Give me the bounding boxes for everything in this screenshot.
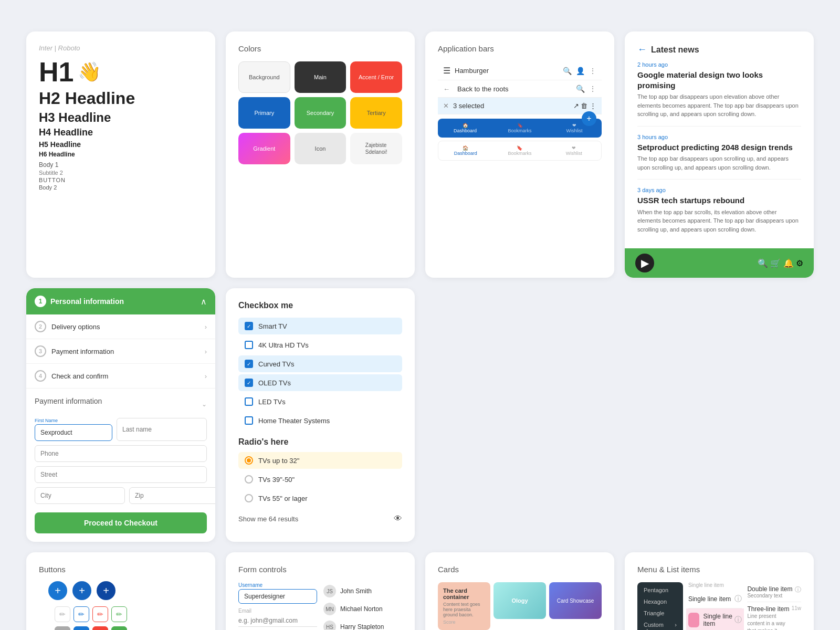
mi-pentagon[interactable]: Pentagon (637, 584, 683, 596)
checkbox-4k[interactable]: 4K Ultra HD TVs (238, 337, 402, 353)
checkbox-oled[interactable]: ✓ OLED TVs (238, 374, 402, 391)
mi-hexagon[interactable]: Hexagon (637, 596, 683, 607)
results-row: Show me 64 results 👁 (238, 514, 402, 523)
card1-title: The card container (443, 587, 485, 600)
news-back-icon[interactable]: ← (637, 44, 647, 55)
share-icon[interactable]: ↗ (573, 102, 579, 110)
nav2-bookmarks[interactable]: 🔖Bookmarks (492, 141, 547, 160)
wave-emoji: 👋 (78, 62, 101, 81)
mi-triangle[interactable]: Triangle (637, 607, 683, 619)
heading-h3: H3 Headline (39, 110, 203, 125)
typography-card: Inter | Roboto H1 👋 H2 Headline H3 Headl… (26, 32, 215, 278)
nav-bookmarks[interactable]: 🔖Bookmarks (492, 119, 547, 138)
sl-item-2: Single line item ⓘ (686, 608, 744, 630)
info-icon-1[interactable]: ⓘ (734, 594, 742, 604)
form-controls-card: Form controls Username Email Password Ph… (226, 552, 415, 630)
cart-icon[interactable]: 🛒 (770, 259, 781, 268)
bottom-nav-white: 🏠Dashboard 🔖Bookmarks ❤Wishlist (438, 141, 602, 161)
step-3-num: 3 (35, 345, 46, 357)
sl-item-2-content: Single line item (688, 613, 735, 627)
info-icon-dl-1[interactable]: ⓘ (795, 585, 801, 594)
step-confirm[interactable]: 4 Check and confirm › (26, 364, 215, 388)
step-payment[interactable]: 3 Payment information › (26, 339, 215, 364)
info-icon-2[interactable]: ⓘ (734, 615, 742, 625)
edit-icon-btn-2[interactable]: ✏ (74, 606, 89, 622)
more-icon[interactable]: ⋮ (589, 67, 596, 75)
edit-icon-btn-4[interactable]: ✏ (111, 606, 127, 622)
close-icon[interactable]: ✕ (443, 102, 449, 110)
account-icon[interactable]: 👤 (576, 67, 585, 75)
city-input[interactable] (35, 487, 125, 504)
single-line-label: Single line item (688, 582, 742, 588)
step-1-indicator: 1 (35, 296, 46, 307)
fab-blue-3[interactable]: + (97, 581, 116, 600)
user-avatar-1: JS (323, 585, 336, 597)
checkbox-curved[interactable]: ✓ Curved TVs (238, 355, 402, 372)
eye-icon[interactable]: 👁 (394, 514, 402, 523)
edit-filled-1[interactable]: ✏ (55, 626, 70, 630)
nav2-wishlist[interactable]: ❤Wishlist (547, 141, 601, 160)
checkbox-home-theater[interactable]: Home Theater Systems (238, 412, 402, 429)
swatch-primary: Primary (238, 97, 290, 129)
last-name-input[interactable] (117, 418, 207, 441)
swatch-background: Background (238, 61, 290, 93)
right-form-col: JSJohn Smith MNMichael Norton HSHarry St… (323, 582, 402, 630)
checkbox-home-theater-box (245, 416, 253, 425)
edit-filled-4[interactable]: ✏ (111, 626, 127, 630)
checkbox-section-title: Checkbox me (238, 301, 402, 310)
checkout-button[interactable]: Proceed to Checkout (35, 512, 207, 533)
nav-dashboard[interactable]: 🏠Dashboard (438, 119, 492, 138)
search-icon[interactable]: 🔍 (563, 67, 572, 75)
bell-icon[interactable]: 🔔 (783, 259, 794, 268)
swatch-secondary: Secondary (295, 97, 346, 129)
payment-dropdown-icon[interactable]: ⌄ (202, 401, 207, 408)
chevron-icon: › (205, 323, 207, 331)
fab-blue-1[interactable]: + (48, 581, 67, 600)
user-michael: MNMichael Norton (323, 600, 402, 618)
ology-label: Ology (511, 597, 528, 604)
play-button[interactable]: ▶ (635, 254, 654, 272)
swatch-zajebiste: ZajebisteSdelanoi! (350, 133, 402, 164)
delete-icon[interactable]: 🗑 (581, 102, 587, 110)
phone-input[interactable] (35, 445, 207, 462)
cards-card: Cards The card container Content text go… (425, 552, 614, 630)
fab-blue-2[interactable]: + (72, 581, 91, 600)
more-icon2[interactable]: ⋮ (589, 85, 596, 93)
personal-info-title: Personal information (50, 297, 124, 306)
nav2-dashboard[interactable]: 🏠Dashboard (438, 141, 492, 160)
edit-icon-btn-3[interactable]: ✏ (92, 606, 108, 622)
step-delivery[interactable]: 2 Delivery options › (26, 314, 215, 339)
search-icon2[interactable]: 🔍 (576, 85, 585, 93)
hamburger-icon: ☰ (443, 66, 450, 76)
subtitle-text: Subtitle 2 (39, 170, 203, 176)
back-icon[interactable]: ← (443, 85, 450, 93)
search-icon3[interactable]: 🔍 (758, 259, 768, 268)
first-name-input[interactable] (35, 424, 112, 441)
checkbox-card: Checkbox me ✓ Smart TV 4K Ultra HD TVs ✓… (226, 288, 415, 542)
card1-sub: Score (443, 620, 485, 625)
mi-custom[interactable]: Custom shapes › (637, 619, 683, 630)
fab-btn[interactable]: + (582, 111, 596, 126)
email-input[interactable] (238, 615, 317, 627)
username-input[interactable] (238, 589, 317, 604)
body2-text: Body 2 (39, 184, 203, 191)
edit-filled-2[interactable]: ✏ (74, 626, 89, 630)
heading-h2: H2 Headline (39, 89, 203, 108)
checkbox-smart-tv[interactable]: ✓ Smart TV (238, 318, 402, 334)
zip-input[interactable] (129, 487, 215, 504)
street-input[interactable] (35, 466, 207, 483)
name-row: First Name (35, 418, 207, 441)
radio-section-title: Radio's here (238, 437, 402, 447)
chevron-icon3: › (205, 372, 207, 380)
settings-icon[interactable]: ⚙ (796, 259, 803, 268)
card1-desc: Content text goes here praesita ground b… (443, 602, 485, 617)
radio-32[interactable]: TVs up to 32" (238, 452, 402, 469)
radio-55plus[interactable]: TVs 55" or lager (238, 490, 402, 507)
more-icon3[interactable]: ⋮ (590, 102, 596, 110)
radio-39-50[interactable]: TVs 39"-50" (238, 471, 402, 488)
edit-filled-3[interactable]: ✏ (92, 626, 108, 630)
step-2-num: 2 (35, 321, 46, 332)
collapse-icon[interactable]: ∧ (201, 297, 207, 307)
checkbox-led[interactable]: LED TVs (238, 393, 402, 410)
edit-icon-btn-1[interactable]: ✏ (55, 606, 70, 622)
